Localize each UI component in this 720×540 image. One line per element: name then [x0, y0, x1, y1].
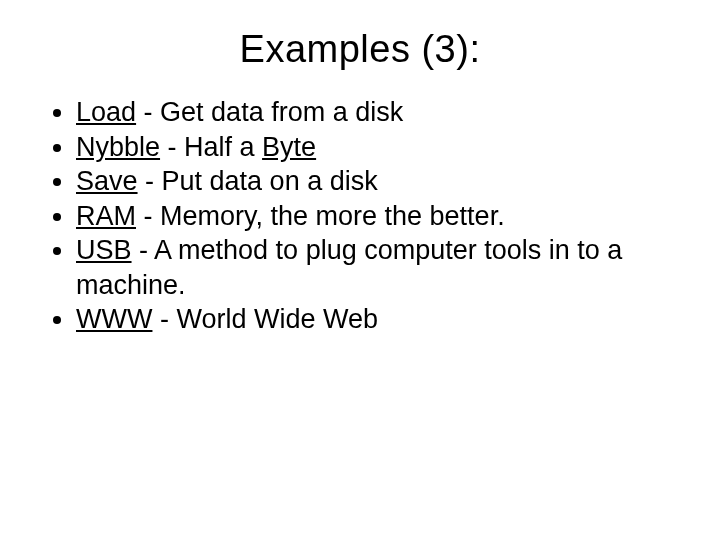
term: Load — [76, 97, 136, 127]
list-item: WWW - World Wide Web — [76, 302, 680, 337]
term: Nybble — [76, 132, 160, 162]
list-item: Save - Put data on a disk — [76, 164, 680, 199]
term: USB — [76, 235, 132, 265]
definition-text: - A method to plug computer tools in to … — [76, 235, 622, 300]
list-item: Nybble - Half a Byte — [76, 130, 680, 165]
slide-title: Examples (3): — [40, 28, 680, 71]
term: RAM — [76, 201, 136, 231]
slide: Examples (3): Load - Get data from a dis… — [0, 0, 720, 540]
list-item: USB - A method to plug computer tools in… — [76, 233, 680, 302]
list-item: Load - Get data from a disk — [76, 95, 680, 130]
definition-text: - Get data from a disk — [136, 97, 403, 127]
term: WWW — [76, 304, 152, 334]
term: Save — [76, 166, 138, 196]
definition-text: - Half a — [160, 132, 262, 162]
definition-text: - Memory, the more the better. — [136, 201, 505, 231]
list-item: RAM - Memory, the more the better. — [76, 199, 680, 234]
definition-text: - Put data on a disk — [138, 166, 378, 196]
inline-link: Byte — [262, 132, 316, 162]
definition-list: Load - Get data from a disk Nybble - Hal… — [48, 95, 680, 337]
definition-text: - World Wide Web — [152, 304, 378, 334]
